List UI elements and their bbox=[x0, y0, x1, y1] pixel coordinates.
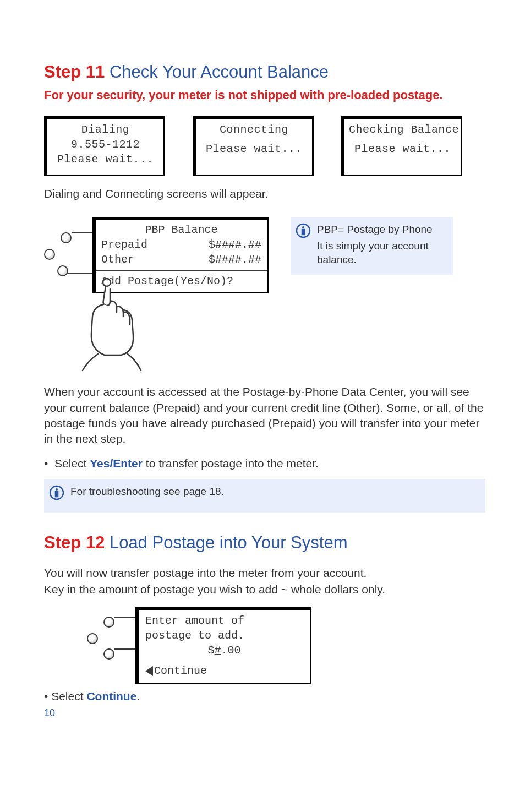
svg-point-4 bbox=[56, 488, 58, 491]
balance-title: PBP Balance bbox=[101, 222, 261, 237]
pbp-explanation: It is simply your account balance. bbox=[317, 239, 446, 267]
lcd-checking-line1: Checking Balance bbox=[349, 122, 456, 137]
load-postage-graphic: Enter amount of postage to add. $#.00 Co… bbox=[87, 607, 362, 684]
troubleshooting-text: For troubleshooting see page 18. bbox=[70, 484, 224, 499]
amount-entry-field[interactable]: # bbox=[214, 644, 221, 657]
security-warning: For your security, your meter is not shi… bbox=[44, 87, 485, 103]
side-button-icon bbox=[87, 633, 98, 644]
lcd-dialing-line1: Dialing bbox=[52, 122, 159, 137]
lcd-connecting: Connecting Please wait... bbox=[193, 116, 314, 176]
yes-enter-keyword: Yes/Enter bbox=[90, 457, 143, 470]
left-triangle-icon bbox=[145, 666, 153, 676]
continue-keyword: Continue bbox=[86, 690, 136, 702]
lcd-dialing-line3: Please wait... bbox=[52, 152, 159, 167]
balance-explanation: When your account is accessed at the Pos… bbox=[44, 384, 485, 446]
prepaid-label: Prepaid bbox=[101, 237, 147, 252]
svg-point-0 bbox=[103, 279, 111, 286]
lcd-screens-row: Dialing 9.555-1212 Please wait... Connec… bbox=[44, 116, 485, 176]
lcd-dialing: Dialing 9.555-1212 Please wait... bbox=[44, 116, 165, 176]
select-yes-enter-bullet: • Select Yes/Enter to transfer postage i… bbox=[44, 456, 485, 471]
step12-heading: Step 12 Load Postage into Your System bbox=[44, 531, 485, 554]
side-button-icon bbox=[44, 249, 55, 260]
step12-title: Load Postage into Your System bbox=[105, 533, 347, 552]
troubleshooting-info-box: For troubleshooting see page 18. bbox=[44, 479, 485, 513]
prepaid-value: $####.## bbox=[209, 237, 261, 252]
side-button-icon bbox=[57, 265, 68, 276]
step11-title: Check Your Account Balance bbox=[105, 62, 329, 81]
pointing-hand-icon bbox=[66, 278, 281, 375]
lcd-connecting-line2: Please wait... bbox=[200, 141, 308, 156]
enter-amount-line1: Enter amount of bbox=[145, 613, 303, 628]
lcd-enter-amount: Enter amount of postage to add. $#.00 Co… bbox=[135, 607, 311, 684]
lcd-dialing-line2: 9.555-1212 bbox=[52, 137, 159, 152]
lcd-checking-line2: Please wait... bbox=[349, 141, 456, 156]
select-continue-bullet: • Select Continue. bbox=[44, 689, 485, 704]
dialing-caption: Dialing and Connecting screens will appe… bbox=[44, 186, 485, 201]
pbp-info-box: PBP= Postage by Phone It is simply your … bbox=[291, 217, 453, 275]
balance-device-graphic: PBP Balance Prepaid $####.## Other $####… bbox=[44, 217, 281, 375]
svg-point-2 bbox=[302, 226, 304, 228]
side-button-icon bbox=[103, 648, 114, 660]
amount-display: $#.00 bbox=[145, 643, 303, 658]
info-icon bbox=[295, 222, 311, 243]
pbp-definition: PBP= Postage by Phone bbox=[317, 222, 446, 237]
other-value: $####.## bbox=[209, 252, 261, 267]
lcd-connecting-line1: Connecting bbox=[200, 122, 308, 137]
step11-heading: Step 11 Check Your Account Balance bbox=[44, 61, 485, 84]
lcd-checking: Checking Balance Please wait... bbox=[341, 116, 462, 176]
info-icon bbox=[48, 484, 65, 505]
other-label: Other bbox=[101, 252, 134, 267]
side-button-icon bbox=[103, 617, 114, 628]
step12-number: Step 12 bbox=[44, 533, 105, 552]
enter-amount-line2: postage to add. bbox=[145, 628, 303, 643]
page-number: 10 bbox=[44, 706, 485, 720]
continue-option[interactable]: Continue bbox=[145, 663, 303, 678]
step11-number: Step 11 bbox=[44, 62, 105, 81]
step12-para1: You will now transfer postage into the m… bbox=[44, 565, 485, 581]
side-button-icon bbox=[61, 232, 72, 243]
step12-para2: Key in the amount of postage you wish to… bbox=[44, 582, 485, 597]
